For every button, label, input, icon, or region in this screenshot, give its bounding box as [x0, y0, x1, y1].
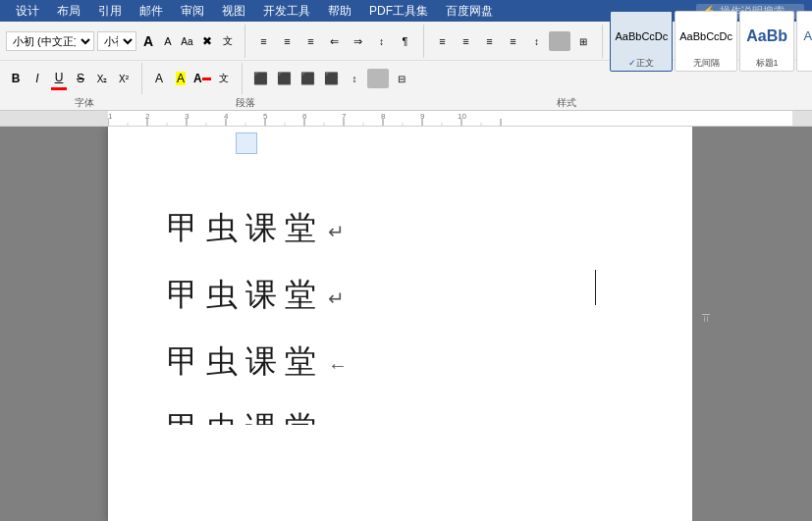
font-size-select[interactable]: 小初 — [97, 31, 136, 51]
svg-text:3: 3 — [185, 112, 189, 121]
font-shrink-btn[interactable]: A — [160, 33, 175, 49]
font-color-btn[interactable]: A — [192, 69, 212, 88]
increase-indent-btn[interactable]: ⇒ — [347, 31, 368, 51]
superscript-btn[interactable]: X² — [114, 69, 134, 88]
para-align-left[interactable]: ⬛ — [249, 69, 271, 88]
subscript-btn[interactable]: X₂ — [92, 69, 112, 88]
doc-text-2: 甲虫课堂 — [167, 274, 324, 317]
document-area: 甲虫课堂 ↵ 甲虫课堂 ↵ 甲虫课堂 ← 甲虫课堂 I= — [0, 127, 812, 521]
doc-line-1: 甲虫课堂 ↵ — [167, 195, 633, 262]
underline-color — [51, 87, 67, 90]
border-btn[interactable]: ⊞ — [572, 31, 594, 51]
margin-marker: I= — [700, 313, 712, 322]
page-content: 甲虫课堂 ↵ 甲虫课堂 ↵ 甲虫课堂 ← 甲虫课堂 — [167, 195, 633, 425]
menu-developer[interactable]: 开发工具 — [255, 1, 318, 22]
highlight-btn[interactable]: A — [171, 69, 190, 88]
strikethrough-btn[interactable]: S — [71, 69, 90, 88]
para-align-right[interactable]: ⬛ — [297, 69, 318, 88]
ruler-right-margin — [792, 111, 812, 126]
svg-text:6: 6 — [302, 112, 307, 121]
doc-line-4: 甲虫课堂 — [167, 395, 633, 425]
ruler: 1 2 3 4 5 6 7 8 9 10 — [0, 111, 812, 127]
align-justify-btn[interactable]: ≡ — [502, 31, 523, 51]
bullet-list-btn[interactable]: ≡ — [252, 31, 274, 51]
align-right-btn[interactable]: ≡ — [478, 31, 500, 51]
bold-btn[interactable]: B — [6, 69, 26, 88]
underline-wrap: U — [49, 68, 69, 90]
document-page: 甲虫课堂 ↵ 甲虫课堂 ↵ 甲虫课堂 ← 甲虫课堂 — [108, 127, 692, 521]
menu-mailings[interactable]: 邮件 — [132, 1, 171, 22]
decrease-indent-btn[interactable]: ⇐ — [323, 31, 345, 51]
menu-references[interactable]: 引用 — [90, 1, 130, 22]
show-formatting-btn[interactable]: ¶ — [394, 31, 415, 51]
font-color-a-wrap: A — [192, 69, 212, 88]
font-group-name: 字体 — [4, 96, 165, 110]
menu-layout[interactable]: 布局 — [49, 1, 88, 22]
italic-btn[interactable]: I — [27, 69, 47, 88]
svg-text:4: 4 — [224, 112, 229, 121]
highlight-wrap: A — [171, 69, 190, 88]
multilevel-list-btn[interactable]: ≡ — [299, 31, 321, 51]
para-group-name: 段落 — [165, 96, 326, 110]
doc-left-margin — [0, 127, 108, 521]
line-spacing-btn[interactable]: ↕ — [525, 31, 547, 51]
align-left-btn[interactable]: ≡ — [431, 31, 453, 51]
numbered-list-btn[interactable]: ≡ — [276, 31, 298, 51]
phonetic-btn[interactable]: 文 — [219, 32, 237, 50]
doc-line-3: 甲虫课堂 ← — [167, 329, 633, 395]
para-section: ≡ ≡ ≡ ⇐ ⇒ ↕ ¶ — [252, 25, 424, 58]
para-align-justify[interactable]: ⬛ — [320, 69, 342, 88]
ruler-marks: 1 2 3 4 5 6 7 8 9 10 — [108, 111, 792, 126]
style-normal-preview: AaBbCcDc — [615, 14, 668, 58]
font-color-wrap: A — [149, 69, 169, 88]
ribbon: 小初 (中文正文) 小初 A A Aa ✖ 文 ≡ ≡ ≡ ⇐ ⇒ ↕ ¶ — [0, 22, 812, 111]
ruler-active: 1 2 3 4 5 6 7 8 9 10 — [108, 111, 792, 126]
svg-text:8: 8 — [381, 112, 386, 121]
svg-text:1: 1 — [108, 112, 113, 121]
svg-text:10: 10 — [458, 112, 466, 121]
para-mark-1: ↵ — [328, 220, 345, 243]
underline-btn[interactable]: U — [49, 68, 69, 87]
ruler-left-margin — [0, 111, 108, 126]
menu-pdf[interactable]: PDF工具集 — [361, 1, 436, 22]
menu-view[interactable]: 视图 — [214, 1, 253, 22]
styles-group-name: 样式 — [326, 96, 808, 110]
doc-line-2: 甲虫课堂 ↵ — [167, 262, 633, 329]
svg-text:7: 7 — [342, 112, 347, 121]
selection-indicator — [236, 132, 257, 154]
svg-text:9: 9 — [420, 112, 425, 121]
ribbon-labels: 字体 段落 样式 — [0, 96, 812, 110]
align-section: ≡ ≡ ≡ ≡ ↕ ⊞ — [431, 25, 603, 58]
text-effect-btn[interactable]: A — [149, 69, 169, 88]
ribbon-row2: B I U S X₂ X² A A A — [0, 61, 812, 96]
para-line-spacing[interactable]: ↕ — [344, 69, 365, 88]
menu-design[interactable]: 设计 — [8, 1, 47, 22]
para-mark-3: ← — [328, 354, 348, 377]
format-btns-section: B I U S X₂ X² — [6, 63, 142, 94]
chinese-phonetic-btn[interactable]: 文 — [214, 69, 234, 88]
font-grow-btn[interactable]: A — [139, 31, 157, 51]
style-nospacing-preview: AaBbCcDc — [679, 14, 732, 58]
menu-baidu[interactable]: 百度网盘 — [438, 1, 501, 22]
ribbon-row1: 小初 (中文正文) 小初 A A Aa ✖ 文 ≡ ≡ ≡ ⇐ ⇒ ↕ ¶ — [0, 22, 812, 61]
change-case-btn[interactable]: Aa — [178, 32, 195, 50]
para-border-inline[interactable]: ⊟ — [391, 69, 412, 88]
doc-text-1: 甲虫课堂 — [167, 207, 324, 250]
style-h2-preview: AaBbC — [801, 14, 812, 58]
shading-btn[interactable] — [549, 31, 570, 51]
svg-text:5: 5 — [263, 112, 268, 121]
para-shading-inline[interactable] — [367, 69, 389, 88]
style-h1-preview: AaBb — [744, 14, 789, 58]
sort-btn[interactable]: ↕ — [370, 31, 392, 51]
para-mark-2: ↵ — [328, 287, 345, 310]
svg-text:2: 2 — [145, 112, 150, 121]
menu-review[interactable]: 审阅 — [173, 1, 212, 22]
para-align-center[interactable]: ⬛ — [273, 69, 295, 88]
para-spacing-section: ⬛ ⬛ ⬛ ⬛ ↕ ⊟ — [249, 63, 802, 94]
font-section: 小初 (中文正文) 小初 A A Aa ✖ 文 — [6, 25, 245, 58]
doc-text-3: 甲虫课堂 — [167, 340, 324, 384]
menu-help[interactable]: 帮助 — [320, 1, 359, 22]
clear-format-btn[interactable]: ✖ — [198, 32, 216, 50]
align-center-btn[interactable]: ≡ — [455, 31, 476, 51]
font-name-select[interactable]: 小初 (中文正文) — [6, 31, 94, 51]
